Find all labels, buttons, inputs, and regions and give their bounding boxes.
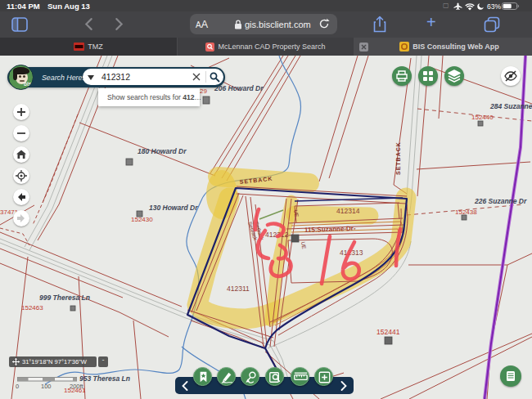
svg-text:152463: 152463 — [21, 304, 43, 312]
svg-text:152440: 152440 — [471, 114, 494, 121]
svg-text:412311: 412311 — [227, 285, 250, 293]
svg-text:180 Howard Dr: 180 Howard Dr — [138, 147, 187, 155]
svg-text:999 Theresa Ln: 999 Theresa Ln — [39, 294, 90, 302]
svg-text:152430: 152430 — [131, 216, 153, 223]
svg-text:206 Howard Dr: 206 Howard Dr — [214, 84, 264, 92]
svg-text:284 Suzanne: 284 Suzanne — [489, 102, 532, 110]
svg-text:953 Theresa Ln: 953 Theresa Ln — [79, 374, 130, 383]
svg-text:152438: 152438 — [455, 208, 477, 216]
svg-text:412314: 412314 — [336, 207, 360, 215]
svg-text:152441: 152441 — [376, 328, 400, 336]
svg-text:130 Howard Dr: 130 Howard Dr — [149, 204, 198, 212]
svg-text:SETBACK: SETBACK — [395, 141, 401, 175]
svg-text:226 Suzanne Dr: 226 Suzanne Dr — [474, 197, 527, 205]
